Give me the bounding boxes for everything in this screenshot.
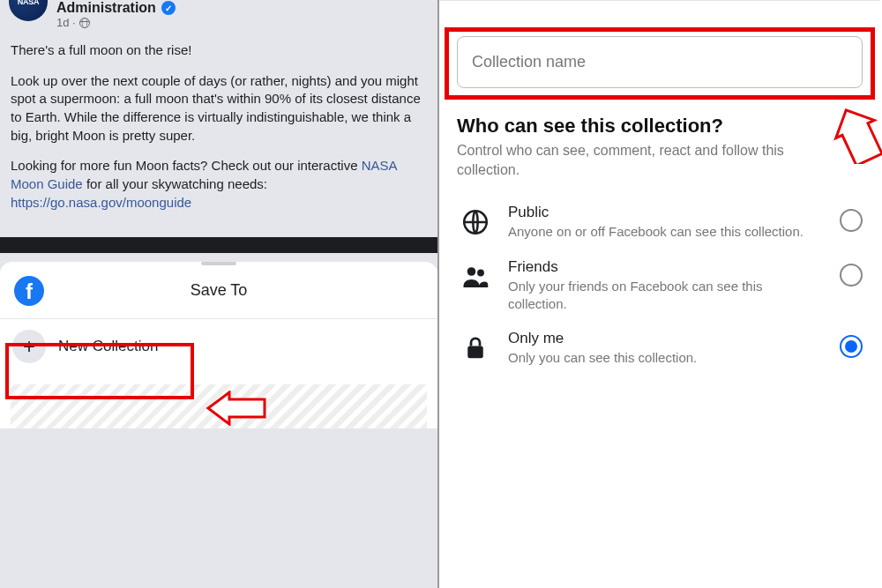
option-desc: Anyone on or off Facebook can see this c… bbox=[508, 223, 808, 241]
privacy-option-onlyme[interactable]: Only me Only you can see this collection… bbox=[457, 321, 863, 376]
moonguide-url[interactable]: https://go.nasa.gov/moonguide bbox=[11, 195, 191, 210]
svg-point-2 bbox=[477, 270, 484, 277]
option-title: Friends bbox=[508, 258, 826, 276]
globe-icon bbox=[457, 204, 494, 241]
svg-point-1 bbox=[467, 267, 476, 276]
privacy-section: Who can see this collection? Control who… bbox=[457, 115, 863, 376]
right-screenshot: Who can see this collection? Control who… bbox=[439, 0, 880, 588]
new-collection-label: New Collection bbox=[58, 338, 158, 355]
privacy-heading: Who can see this collection? bbox=[457, 115, 863, 138]
globe-icon bbox=[79, 18, 90, 28]
post-text-1: There's a full moon on the rise! bbox=[11, 41, 427, 60]
post-text-3: Looking for more fun Moon facts? Check o… bbox=[11, 157, 427, 212]
svg-rect-3 bbox=[467, 346, 483, 359]
lock-icon bbox=[457, 330, 494, 367]
dark-background-strip bbox=[0, 237, 437, 253]
privacy-option-friends[interactable]: Friends Only your friends on Facebook ca… bbox=[457, 249, 863, 321]
left-screenshot: Administration 1d · There's a full moon … bbox=[0, 0, 439, 588]
privacy-subheading: Control who can see, comment, react and … bbox=[457, 141, 845, 179]
save-to-sheet: Save To + New Collection bbox=[0, 262, 437, 428]
facebook-logo-icon bbox=[14, 276, 44, 306]
option-title: Public bbox=[508, 204, 826, 221]
plus-icon: + bbox=[12, 330, 46, 363]
radio-friends[interactable] bbox=[840, 264, 863, 287]
option-title: Only me bbox=[508, 330, 826, 347]
post-text-2: Look up over the next couple of days (or… bbox=[11, 72, 427, 145]
friends-icon bbox=[457, 258, 494, 295]
save-to-title: Save To bbox=[44, 281, 393, 300]
nasa-avatar[interactable] bbox=[9, 0, 48, 21]
collection-name-field-wrap bbox=[457, 36, 863, 88]
privacy-option-public[interactable]: Public Anyone on or off Facebook can see… bbox=[457, 195, 863, 249]
collection-name-input[interactable] bbox=[457, 36, 863, 88]
option-desc: Only you can see this collection. bbox=[508, 349, 808, 367]
sheet-drag-handle[interactable] bbox=[201, 262, 236, 265]
placeholder-stripes bbox=[11, 384, 427, 428]
post-header: Administration 1d · bbox=[0, 0, 437, 29]
verified-badge-icon bbox=[161, 1, 176, 15]
radio-public[interactable] bbox=[840, 209, 863, 232]
post-content: There's a full moon on the rise! Look up… bbox=[0, 29, 437, 237]
save-title-row: Save To bbox=[0, 272, 437, 319]
author-name[interactable]: Administration bbox=[56, 0, 156, 16]
new-collection-button[interactable]: + New Collection bbox=[0, 319, 437, 374]
post-time: 1d · bbox=[56, 16, 76, 29]
radio-onlyme[interactable] bbox=[840, 335, 863, 358]
post-meta: 1d · bbox=[56, 16, 176, 29]
option-desc: Only your friends on Facebook can see th… bbox=[508, 278, 808, 312]
